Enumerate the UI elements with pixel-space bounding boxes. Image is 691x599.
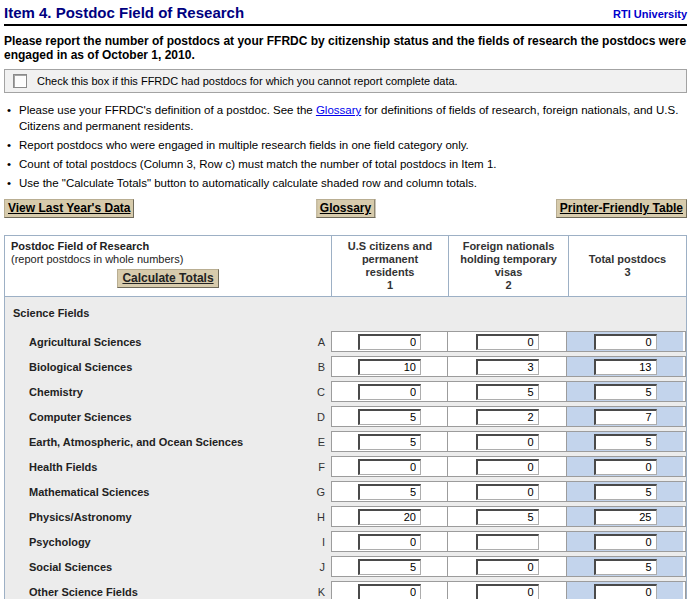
field-name: Social Sciences: [29, 561, 112, 573]
row-label-cell: Mathematical Sciences G: [5, 481, 331, 502]
row-letter: E: [318, 436, 325, 448]
us-citizens-input[interactable]: [358, 559, 421, 575]
postdoc-table: Postdoc Field of Research (report postdo…: [4, 235, 687, 599]
field-name: Agricultural Sciences: [29, 336, 142, 348]
total-postdocs-input[interactable]: [594, 459, 657, 475]
us-citizens-input[interactable]: [358, 509, 421, 525]
row-input-band: [331, 481, 686, 502]
total-postdocs-input[interactable]: [594, 584, 657, 599]
field-name: Computer Sciences: [29, 411, 132, 423]
table-row: Social Sciences J: [5, 556, 686, 577]
us-citizens-cell: [332, 557, 447, 576]
foreign-nationals-input[interactable]: [476, 334, 539, 350]
total-postdocs-input[interactable]: [594, 509, 657, 525]
foreign-nationals-input[interactable]: [476, 459, 539, 475]
column-header-label: Foreign nationals holding temporary visa…: [455, 240, 562, 279]
foreign-nationals-input[interactable]: [476, 384, 539, 400]
row-input-band: [331, 431, 686, 452]
us-citizens-input[interactable]: [358, 359, 421, 375]
row-input-band: [331, 531, 686, 552]
total-postdocs-cell: [566, 432, 683, 451]
glossary-link[interactable]: Glossary: [316, 104, 361, 116]
field-name: Other Science Fields: [29, 586, 138, 598]
table-corner-title: Postdoc Field of Research: [11, 240, 325, 252]
field-name: Health Fields: [29, 461, 97, 473]
foreign-nationals-input[interactable]: [476, 509, 539, 525]
us-citizens-input[interactable]: [358, 534, 421, 550]
us-citizens-cell: [332, 457, 447, 476]
instruction-list: Please use your FFRDC's definition of a …: [4, 102, 687, 191]
foreign-nationals-input[interactable]: [476, 409, 539, 425]
instruction-item: Count of total postdocs (Column 3, Row c…: [4, 156, 687, 172]
row-input-band: [331, 406, 686, 427]
table-row: Mathematical Sciences G: [5, 481, 686, 502]
total-postdocs-input[interactable]: [594, 434, 657, 450]
foreign-nationals-cell: [447, 457, 566, 476]
instruction-item: Please use your FFRDC's definition of a …: [4, 102, 687, 134]
column-header-number: 2: [505, 279, 511, 292]
foreign-nationals-input[interactable]: [476, 359, 539, 375]
total-postdocs-cell: [566, 507, 683, 526]
total-postdocs-cell: [566, 482, 683, 501]
row-letter: G: [316, 486, 325, 498]
printer-friendly-button[interactable]: Printer-Friendly Table: [556, 199, 687, 218]
row-input-band: [331, 456, 686, 477]
calculate-totals-button[interactable]: Calculate Totals: [117, 269, 218, 288]
foreign-nationals-cell: [447, 507, 566, 526]
field-name: Earth, Atmospheric, and Ocean Sciences: [29, 436, 243, 448]
us-citizens-input[interactable]: [358, 484, 421, 500]
field-name: Physics/Astronomy: [29, 511, 132, 523]
foreign-nationals-cell: [447, 482, 566, 501]
table-row: Physics/Astronomy H: [5, 506, 686, 527]
total-postdocs-input[interactable]: [594, 409, 657, 425]
total-postdocs-input[interactable]: [594, 484, 657, 500]
view-last-year-button[interactable]: View Last Year's Data: [4, 199, 134, 218]
glossary-button[interactable]: Glossary: [316, 199, 375, 218]
us-citizens-input[interactable]: [358, 409, 421, 425]
table-header: Postdoc Field of Research (report postdo…: [5, 236, 686, 297]
table-row: Agricultural Sciences A: [5, 331, 686, 352]
page: Item 4. Postdoc Field of Research RTI Un…: [0, 0, 691, 599]
incomplete-data-checkbox-label: Check this box if this FFRDC had postdoc…: [37, 75, 458, 87]
total-postdocs-input[interactable]: [594, 359, 657, 375]
us-citizens-cell: [332, 432, 447, 451]
total-postdocs-input[interactable]: [594, 384, 657, 400]
org-label: RTI University: [613, 8, 687, 21]
total-postdocs-input[interactable]: [594, 534, 657, 550]
foreign-nationals-cell: [447, 332, 566, 351]
instruction-text: Please use your FFRDC's definition of a …: [19, 104, 316, 116]
incomplete-data-checkbox[interactable]: [13, 74, 27, 88]
instruction-text: Report postdocs who were engaged in mult…: [19, 139, 469, 151]
us-citizens-cell: [332, 482, 447, 501]
row-letter: F: [318, 461, 325, 473]
us-citizens-input[interactable]: [358, 334, 421, 350]
foreign-nationals-input[interactable]: [476, 484, 539, 500]
foreign-nationals-input[interactable]: [476, 584, 539, 599]
us-citizens-input[interactable]: [358, 384, 421, 400]
total-postdocs-input[interactable]: [594, 559, 657, 575]
row-label-cell: Computer Sciences D: [5, 406, 331, 427]
row-label-cell: Psychology I: [5, 531, 331, 552]
field-name: Mathematical Sciences: [29, 486, 149, 498]
foreign-nationals-input[interactable]: [476, 434, 539, 450]
us-citizens-input[interactable]: [358, 434, 421, 450]
page-title: Item 4. Postdoc Field of Research: [4, 4, 244, 21]
section-label-science-fields: Science Fields: [5, 297, 686, 323]
foreign-nationals-input[interactable]: [476, 534, 539, 550]
incomplete-data-bar: Check this box if this FFRDC had postdoc…: [4, 69, 687, 93]
row-label-cell: Biological Sciences B: [5, 356, 331, 377]
foreign-nationals-cell: [447, 407, 566, 426]
us-citizens-input[interactable]: [358, 459, 421, 475]
foreign-nationals-cell: [447, 557, 566, 576]
total-postdocs-cell: [566, 532, 683, 551]
foreign-nationals-input[interactable]: [476, 559, 539, 575]
row-input-band: [331, 506, 686, 527]
instruction-text: Use the "Calculate Totals" button to aut…: [19, 177, 477, 189]
total-postdocs-input[interactable]: [594, 334, 657, 350]
instruction-item: Report postdocs who were engaged in mult…: [4, 137, 687, 153]
foreign-nationals-cell: [447, 582, 566, 599]
row-label-cell: Chemistry C: [5, 381, 331, 402]
row-letter: I: [322, 536, 325, 548]
us-citizens-input[interactable]: [358, 584, 421, 599]
foreign-nationals-cell: [447, 357, 566, 376]
